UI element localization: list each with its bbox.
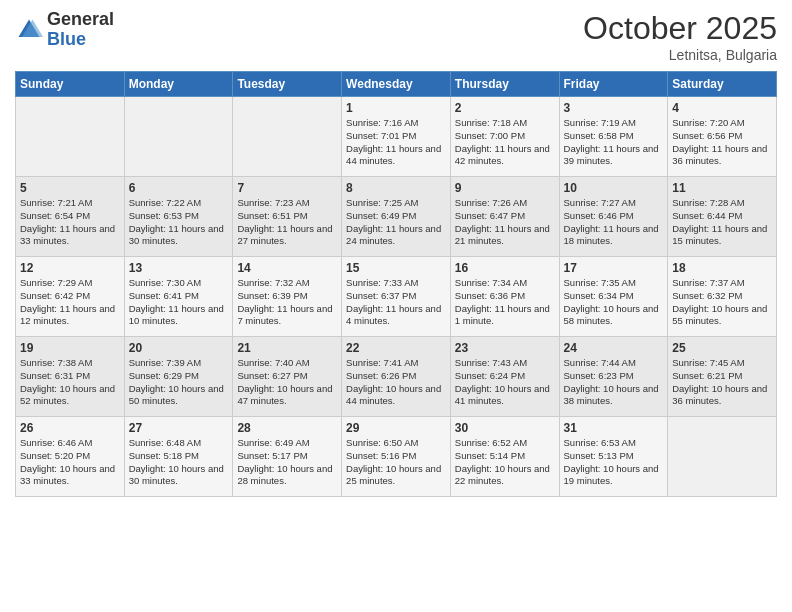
day-number: 21 [237,341,337,355]
day-number: 14 [237,261,337,275]
cell-info: Sunrise: 7:34 AMSunset: 6:36 PMDaylight:… [455,277,555,328]
table-row: 16Sunrise: 7:34 AMSunset: 6:36 PMDayligh… [450,257,559,337]
calendar-row-1: 5Sunrise: 7:21 AMSunset: 6:54 PMDaylight… [16,177,777,257]
table-row: 9Sunrise: 7:26 AMSunset: 6:47 PMDaylight… [450,177,559,257]
day-number: 16 [455,261,555,275]
cell-info: Sunrise: 7:44 AMSunset: 6:23 PMDaylight:… [564,357,664,408]
cell-info: Sunrise: 7:30 AMSunset: 6:41 PMDaylight:… [129,277,229,328]
day-number: 30 [455,421,555,435]
day-number: 15 [346,261,446,275]
col-saturday: Saturday [668,72,777,97]
table-row: 27Sunrise: 6:48 AMSunset: 5:18 PMDayligh… [124,417,233,497]
table-row: 24Sunrise: 7:44 AMSunset: 6:23 PMDayligh… [559,337,668,417]
logo-icon [15,16,43,44]
table-row: 20Sunrise: 7:39 AMSunset: 6:29 PMDayligh… [124,337,233,417]
cell-info: Sunrise: 7:19 AMSunset: 6:58 PMDaylight:… [564,117,664,168]
cell-info: Sunrise: 7:41 AMSunset: 6:26 PMDaylight:… [346,357,446,408]
col-thursday: Thursday [450,72,559,97]
col-sunday: Sunday [16,72,125,97]
col-monday: Monday [124,72,233,97]
day-number: 29 [346,421,446,435]
day-number: 13 [129,261,229,275]
cell-info: Sunrise: 6:48 AMSunset: 5:18 PMDaylight:… [129,437,229,488]
col-friday: Friday [559,72,668,97]
cell-info: Sunrise: 7:18 AMSunset: 7:00 PMDaylight:… [455,117,555,168]
table-row [124,97,233,177]
cell-info: Sunrise: 7:40 AMSunset: 6:27 PMDaylight:… [237,357,337,408]
cell-info: Sunrise: 6:52 AMSunset: 5:14 PMDaylight:… [455,437,555,488]
calendar-table: Sunday Monday Tuesday Wednesday Thursday… [15,71,777,497]
day-number: 11 [672,181,772,195]
table-row [668,417,777,497]
table-row: 22Sunrise: 7:41 AMSunset: 6:26 PMDayligh… [342,337,451,417]
day-number: 3 [564,101,664,115]
day-number: 7 [237,181,337,195]
cell-info: Sunrise: 7:26 AMSunset: 6:47 PMDaylight:… [455,197,555,248]
day-number: 26 [20,421,120,435]
table-row: 13Sunrise: 7:30 AMSunset: 6:41 PMDayligh… [124,257,233,337]
col-wednesday: Wednesday [342,72,451,97]
calendar-row-4: 26Sunrise: 6:46 AMSunset: 5:20 PMDayligh… [16,417,777,497]
cell-info: Sunrise: 7:23 AMSunset: 6:51 PMDaylight:… [237,197,337,248]
day-number: 27 [129,421,229,435]
cell-info: Sunrise: 7:35 AMSunset: 6:34 PMDaylight:… [564,277,664,328]
day-number: 20 [129,341,229,355]
table-row: 28Sunrise: 6:49 AMSunset: 5:17 PMDayligh… [233,417,342,497]
table-row: 2Sunrise: 7:18 AMSunset: 7:00 PMDaylight… [450,97,559,177]
day-number: 25 [672,341,772,355]
table-row: 14Sunrise: 7:32 AMSunset: 6:39 PMDayligh… [233,257,342,337]
cell-info: Sunrise: 7:33 AMSunset: 6:37 PMDaylight:… [346,277,446,328]
table-row [16,97,125,177]
table-row: 5Sunrise: 7:21 AMSunset: 6:54 PMDaylight… [16,177,125,257]
day-number: 8 [346,181,446,195]
table-row: 6Sunrise: 7:22 AMSunset: 6:53 PMDaylight… [124,177,233,257]
table-row: 15Sunrise: 7:33 AMSunset: 6:37 PMDayligh… [342,257,451,337]
day-number: 18 [672,261,772,275]
cell-info: Sunrise: 7:39 AMSunset: 6:29 PMDaylight:… [129,357,229,408]
logo-general-text: General [47,9,114,29]
calendar-row-2: 12Sunrise: 7:29 AMSunset: 6:42 PMDayligh… [16,257,777,337]
day-number: 17 [564,261,664,275]
calendar-row-0: 1Sunrise: 7:16 AMSunset: 7:01 PMDaylight… [16,97,777,177]
cell-info: Sunrise: 7:21 AMSunset: 6:54 PMDaylight:… [20,197,120,248]
cell-info: Sunrise: 6:49 AMSunset: 5:17 PMDaylight:… [237,437,337,488]
cell-info: Sunrise: 6:53 AMSunset: 5:13 PMDaylight:… [564,437,664,488]
day-number: 6 [129,181,229,195]
day-number: 12 [20,261,120,275]
cell-info: Sunrise: 6:50 AMSunset: 5:16 PMDaylight:… [346,437,446,488]
table-row: 29Sunrise: 6:50 AMSunset: 5:16 PMDayligh… [342,417,451,497]
cell-info: Sunrise: 7:28 AMSunset: 6:44 PMDaylight:… [672,197,772,248]
table-row: 4Sunrise: 7:20 AMSunset: 6:56 PMDaylight… [668,97,777,177]
logo: General Blue [15,10,114,50]
cell-info: Sunrise: 7:32 AMSunset: 6:39 PMDaylight:… [237,277,337,328]
table-row: 1Sunrise: 7:16 AMSunset: 7:01 PMDaylight… [342,97,451,177]
table-row: 30Sunrise: 6:52 AMSunset: 5:14 PMDayligh… [450,417,559,497]
table-row: 26Sunrise: 6:46 AMSunset: 5:20 PMDayligh… [16,417,125,497]
cell-info: Sunrise: 6:46 AMSunset: 5:20 PMDaylight:… [20,437,120,488]
calendar-title: October 2025 [583,10,777,47]
cell-info: Sunrise: 7:43 AMSunset: 6:24 PMDaylight:… [455,357,555,408]
table-row: 17Sunrise: 7:35 AMSunset: 6:34 PMDayligh… [559,257,668,337]
table-row [233,97,342,177]
day-number: 22 [346,341,446,355]
table-row: 12Sunrise: 7:29 AMSunset: 6:42 PMDayligh… [16,257,125,337]
table-row: 23Sunrise: 7:43 AMSunset: 6:24 PMDayligh… [450,337,559,417]
table-row: 8Sunrise: 7:25 AMSunset: 6:49 PMDaylight… [342,177,451,257]
cell-info: Sunrise: 7:38 AMSunset: 6:31 PMDaylight:… [20,357,120,408]
col-tuesday: Tuesday [233,72,342,97]
cell-info: Sunrise: 7:27 AMSunset: 6:46 PMDaylight:… [564,197,664,248]
table-row: 25Sunrise: 7:45 AMSunset: 6:21 PMDayligh… [668,337,777,417]
day-number: 4 [672,101,772,115]
calendar-row-3: 19Sunrise: 7:38 AMSunset: 6:31 PMDayligh… [16,337,777,417]
day-number: 2 [455,101,555,115]
table-row: 3Sunrise: 7:19 AMSunset: 6:58 PMDaylight… [559,97,668,177]
table-row: 21Sunrise: 7:40 AMSunset: 6:27 PMDayligh… [233,337,342,417]
logo-blue-text: Blue [47,29,86,49]
table-row: 7Sunrise: 7:23 AMSunset: 6:51 PMDaylight… [233,177,342,257]
table-row: 11Sunrise: 7:28 AMSunset: 6:44 PMDayligh… [668,177,777,257]
table-row: 18Sunrise: 7:37 AMSunset: 6:32 PMDayligh… [668,257,777,337]
cell-info: Sunrise: 7:37 AMSunset: 6:32 PMDaylight:… [672,277,772,328]
day-number: 19 [20,341,120,355]
day-number: 24 [564,341,664,355]
cell-info: Sunrise: 7:22 AMSunset: 6:53 PMDaylight:… [129,197,229,248]
